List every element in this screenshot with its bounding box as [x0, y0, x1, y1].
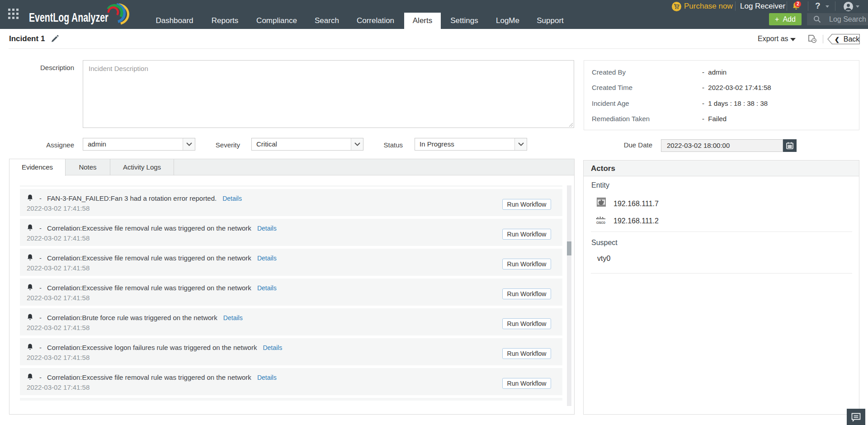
svg-text:CISCO: CISCO — [596, 221, 605, 225]
